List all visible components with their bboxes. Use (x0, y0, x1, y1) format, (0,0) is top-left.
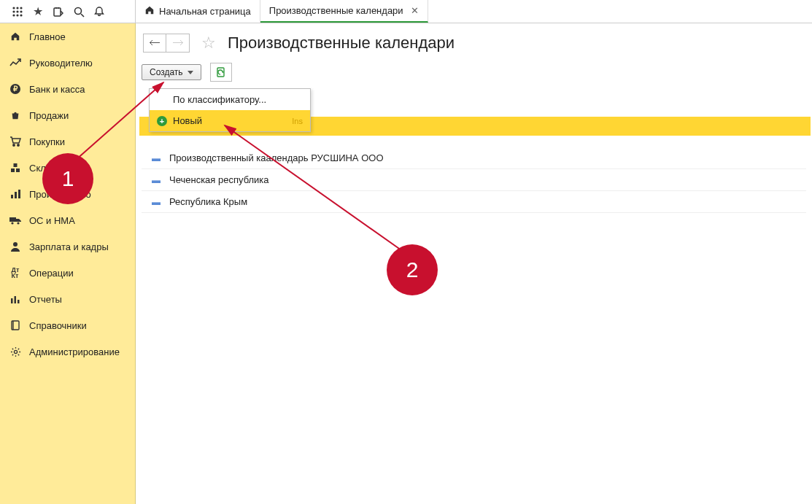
tab-home[interactable]: Начальная страница (136, 0, 260, 23)
sidebar-item-warehouse[interactable]: Склад (0, 155, 135, 181)
close-icon[interactable]: ✕ (408, 5, 419, 16)
sidebar: Главное Руководителю ₽ Банк и касса Прод… (0, 23, 136, 504)
svg-rect-25 (15, 296, 17, 303)
svg-point-1 (16, 7, 18, 9)
ruble-icon: ₽ (9, 82, 22, 96)
table-row[interactable]: ▬ Чеченская республика (142, 169, 806, 191)
sidebar-item-label: Руководителю (29, 58, 93, 69)
svg-rect-26 (18, 300, 20, 303)
svg-rect-18 (15, 192, 17, 198)
sidebar-item-label: Банк и касса (29, 84, 85, 95)
item-marker-icon: ▬ (152, 197, 159, 207)
table-row[interactable]: ▬ Производственный каалендарь РУСШИНА ОО… (142, 147, 806, 169)
book-icon (9, 319, 22, 332)
chevron-down-icon (187, 71, 193, 74)
svg-line-11 (81, 14, 84, 17)
dropdown-item-classifier[interactable]: По классификатору... (150, 89, 310, 110)
favorites-icon[interactable]: ★ (28, 1, 48, 22)
home-icon (9, 30, 22, 43)
svg-point-29 (14, 350, 17, 353)
top-toolbar: ★ Начальная страница Производственные ка… (0, 0, 812, 23)
plus-icon: + (157, 116, 167, 126)
sidebar-item-bank[interactable]: ₽ Банк и касса (0, 76, 135, 102)
svg-point-8 (20, 14, 22, 16)
row-label: Республика Крым (169, 196, 247, 207)
favorite-star-icon[interactable]: ☆ (201, 34, 216, 53)
svg-rect-9 (54, 8, 61, 16)
sidebar-item-label: Администрирование (29, 346, 120, 357)
svg-rect-19 (18, 190, 20, 198)
tab-label: Производственные календари (269, 5, 403, 16)
svg-point-22 (17, 222, 19, 224)
create-button-label: Создать (150, 67, 183, 77)
svg-rect-24 (11, 298, 13, 303)
apps-icon[interactable] (7, 1, 28, 22)
toolbar: Создать (142, 63, 806, 89)
sidebar-item-label: Производство (29, 189, 91, 200)
titlebar: 🡐 🡒 ☆ Производственные календари (142, 31, 806, 63)
tab-calendars[interactable]: Производственные календари ✕ (260, 0, 428, 23)
create-button[interactable]: Создать (142, 64, 201, 80)
cart-icon (9, 135, 22, 148)
sidebar-item-reports[interactable]: Отчеты (0, 286, 135, 312)
sidebar-item-label: Справочники (29, 320, 87, 331)
svg-rect-15 (16, 168, 20, 172)
sidebar-item-label: Главное (29, 31, 66, 42)
sidebar-item-operations[interactable]: ДтКт Операции (0, 260, 135, 286)
top-icon-strip: ★ (0, 0, 136, 23)
item-marker-icon: ▬ (152, 153, 159, 163)
item-marker-icon: ▬ (152, 175, 159, 185)
svg-point-6 (12, 14, 15, 16)
sidebar-item-assets[interactable]: ОС и НМА (0, 207, 135, 233)
dropdown-item-new[interactable]: + Новый Ins (150, 110, 310, 131)
svg-point-12 (13, 144, 15, 146)
page-title: Производственные календари (228, 34, 455, 53)
shortcut-hint: Ins (292, 117, 303, 125)
tabs: Начальная страница Производственные кале… (136, 0, 428, 23)
sidebar-item-manager[interactable]: Руководителю (0, 50, 135, 76)
svg-rect-20 (9, 217, 16, 222)
svg-rect-16 (14, 163, 18, 167)
svg-point-10 (75, 7, 82, 14)
sidebar-item-main[interactable]: Главное (0, 23, 135, 50)
bag-icon (9, 109, 22, 122)
sidebar-item-label: Отчеты (29, 294, 62, 305)
sidebar-item-catalogs[interactable]: Справочники (0, 312, 135, 338)
sidebar-item-label: Операции (29, 268, 74, 279)
history-icon[interactable] (48, 1, 69, 22)
sidebar-item-hr[interactable]: Зарплата и кадры (0, 233, 135, 260)
svg-point-2 (20, 7, 22, 9)
search-icon[interactable] (69, 1, 89, 22)
nav-forward-button[interactable]: 🡒 (166, 34, 190, 53)
bell-icon[interactable] (89, 1, 109, 22)
nav-back-button[interactable]: 🡐 (143, 34, 166, 53)
home-icon (144, 5, 155, 18)
svg-point-4 (16, 10, 18, 12)
truck-icon (9, 214, 22, 227)
sidebar-item-production[interactable]: Производство (0, 181, 135, 207)
svg-point-0 (12, 7, 15, 9)
svg-rect-14 (11, 168, 15, 172)
sidebar-item-label: Склад (29, 163, 57, 174)
sidebar-item-label: Зарплата и кадры (29, 241, 109, 252)
refresh-from-classifier-button[interactable] (210, 63, 232, 82)
create-dropdown: По классификатору... + Новый Ins (149, 88, 311, 132)
sidebar-item-purchases[interactable]: Покупки (0, 128, 135, 155)
svg-point-3 (12, 10, 15, 12)
person-icon (9, 240, 22, 253)
svg-point-7 (16, 14, 18, 16)
sidebar-item-admin[interactable]: Администрирование (0, 338, 135, 365)
boxes-icon (9, 161, 22, 174)
dropdown-item-label: По классификатору... (173, 94, 266, 105)
table-row[interactable]: ▬ Республика Крым (142, 191, 806, 213)
sidebar-item-label: Продажи (29, 110, 69, 121)
journal-icon: ДтКт (9, 266, 22, 279)
chart-icon (9, 187, 22, 201)
gear-icon (9, 345, 22, 358)
svg-point-13 (18, 144, 19, 146)
svg-point-5 (20, 10, 22, 12)
sidebar-item-sales[interactable]: Продажи (0, 102, 135, 128)
sidebar-item-label: ОС и НМА (29, 215, 75, 226)
bars-icon (9, 292, 22, 306)
svg-point-23 (13, 242, 18, 247)
